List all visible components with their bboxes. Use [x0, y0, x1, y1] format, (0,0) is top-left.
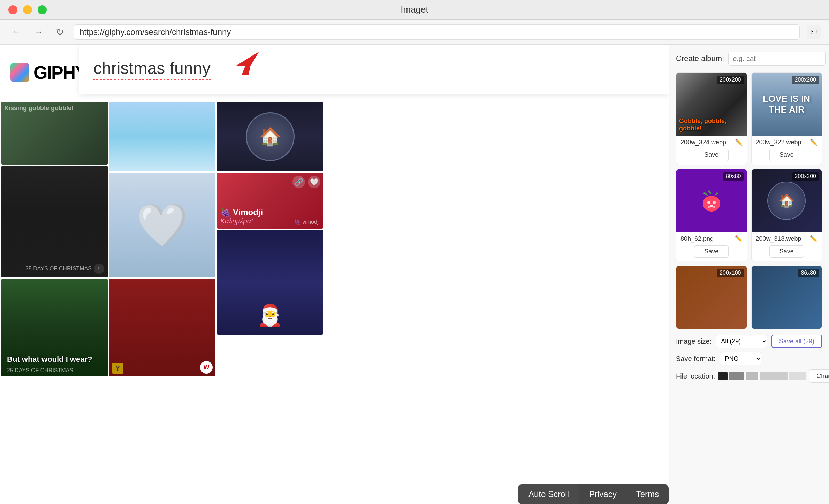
- url-bar[interactable]: https://giphy.com/search/christmas-funny: [74, 24, 800, 40]
- image-thumbnail: 80x80: [676, 169, 747, 232]
- path-segment: [746, 372, 758, 380]
- image-thumbnail: LOVE IS IN THE AIR 200x200: [752, 73, 822, 136]
- title-bar: Imaget: [0, 0, 829, 20]
- gif-column-3: 🏠 🔗 🤍 🍇 Vimodji Καλημέρα: [217, 102, 323, 503]
- save-format-row: Save format: PNG WEBP GIF JPEG: [676, 352, 822, 365]
- bottom-overlay: Auto Scroll Privacy Terms: [0, 484, 669, 504]
- cursor-arrow: [229, 48, 261, 77]
- browser-content: GIPHY christmas funny Kissi: [0, 45, 669, 504]
- gif-action-icons: 🔗 🤍: [292, 176, 320, 188]
- gif-logo: W: [200, 361, 213, 374]
- image-card: Gobble, gobble, gobble! 200x200 200w_324…: [676, 72, 747, 165]
- edit-icon[interactable]: ✏️: [735, 138, 743, 146]
- save-button[interactable]: Save: [694, 245, 729, 258]
- main-layout: GIPHY christmas funny Kissi: [0, 45, 829, 504]
- heart-icon[interactable]: 🤍: [308, 176, 320, 188]
- gif-vimodji-info: 🍇 Vimodji Καλημέρα!: [220, 207, 263, 225]
- gif-item[interactable]: 🎅: [217, 230, 323, 335]
- search-query-text: christmas funny: [93, 59, 211, 80]
- image-thumbnail: 86x80: [752, 266, 822, 329]
- save-button[interactable]: Save: [694, 149, 729, 161]
- image-card: 86x80: [751, 266, 822, 329]
- image-size-badge: 200x100: [717, 269, 744, 277]
- vimodji-logo: 🍇 vimodji: [294, 219, 320, 225]
- save-all-button[interactable]: Save all (29): [771, 335, 822, 348]
- file-location-row: File location: Change 📁: [676, 369, 822, 383]
- image-card: 80x80 80h_62.png ✏️ Save: [676, 169, 747, 261]
- auto-scroll-button[interactable]: Auto Scroll: [518, 484, 579, 504]
- path-segment: [789, 372, 806, 380]
- gif-item[interactable]: But what would I wear? 25 DAYS OF CHRIST…: [1, 279, 108, 376]
- gif-brand-badge: Y: [112, 363, 123, 374]
- image-filename: 200w_324.webp: [680, 139, 726, 146]
- gif-item[interactable]: 25 DAYS OF CHRISTMAS F: [1, 166, 108, 277]
- save-format-label: Save format:: [676, 355, 715, 363]
- image-thumbnail: 🏠 200x200: [752, 169, 822, 232]
- image-size-badge: 86x80: [798, 269, 819, 277]
- gif-source: 25 DAYS OF CHRISTMAS: [7, 367, 73, 374]
- image-info-row: 200w_322.webp ✏️: [752, 136, 822, 147]
- image-size-badge: 200x200: [792, 76, 819, 84]
- change-button[interactable]: Change: [809, 369, 829, 383]
- strawberry-svg: [698, 187, 725, 215]
- image-card: 200x100: [676, 266, 747, 329]
- path-segment: [760, 372, 788, 380]
- image-size-select[interactable]: All (29): [716, 335, 767, 348]
- path-segment: [718, 372, 728, 380]
- edit-icon[interactable]: ✏️: [810, 235, 817, 243]
- image-thumbnail: Gobble, gobble, gobble! 200x200: [676, 73, 747, 136]
- extension-icon[interactable]: 🏷: [807, 25, 821, 39]
- gif-item[interactable]: Y W: [109, 279, 215, 376]
- gif-column-2: 🤍 Y W: [109, 102, 215, 503]
- privacy-link[interactable]: Privacy: [579, 484, 626, 504]
- image-filename: 200w_318.webp: [756, 235, 801, 243]
- save-format-select[interactable]: PNG WEBP GIF JPEG: [720, 352, 761, 365]
- right-panel: Create album: Clear Gobble, gobble, gobb…: [669, 45, 829, 504]
- svg-point-1: [707, 201, 710, 204]
- link-icon[interactable]: 🔗: [292, 176, 305, 188]
- edit-icon[interactable]: ✏️: [735, 235, 743, 243]
- reload-button[interactable]: ↻: [53, 25, 67, 39]
- image-size-badge: 200x200: [717, 76, 744, 84]
- edit-icon[interactable]: ✏️: [810, 138, 817, 146]
- path-segment: [729, 372, 744, 380]
- gif-overlay-label: Kissing gobble gobble!: [4, 105, 74, 112]
- gif-column-1: Kissing gobble gobble! 25 DAYS OF CHRIST…: [1, 102, 108, 503]
- image-size-badge: 80x80: [723, 172, 744, 181]
- forward-button[interactable]: →: [31, 25, 46, 39]
- maximize-button[interactable]: [38, 5, 47, 14]
- gif-item[interactable]: [109, 102, 215, 171]
- image-size-badge: 200x200: [792, 172, 819, 181]
- gif-item[interactable]: 🔗 🤍 🍇 Vimodji Καλημέρα! 🍇 vimodji: [217, 173, 323, 229]
- svg-marker-0: [236, 52, 259, 75]
- giphy-logo-text: GIPHY: [33, 62, 86, 83]
- image-size-row: Image size: All (29) Save all (29): [676, 335, 822, 348]
- window-controls: [8, 5, 47, 14]
- image-size-label: Image size:: [676, 337, 712, 345]
- file-path-segments: [718, 372, 806, 380]
- image-card: 🏠 200x200 200w_318.webp ✏️ Save: [751, 169, 822, 261]
- love-text: LOVE IS IN THE AIR: [755, 93, 819, 115]
- image-filename: 200w_322.webp: [756, 139, 801, 146]
- create-album-row: Create album: Clear: [676, 52, 822, 66]
- close-button[interactable]: [8, 5, 17, 14]
- back-button[interactable]: ←: [8, 25, 24, 39]
- giphy-logo: GIPHY: [10, 62, 86, 83]
- gif-item[interactable]: 🤍: [109, 173, 215, 277]
- image-card: LOVE IS IN THE AIR 200x200 200w_322.webp…: [751, 72, 822, 165]
- gif-item[interactable]: Kissing gobble gobble!: [1, 102, 108, 165]
- svg-point-3: [710, 205, 713, 207]
- giphy-logo-icon: [10, 63, 29, 82]
- minimize-button[interactable]: [23, 5, 32, 14]
- save-button[interactable]: Save: [769, 149, 804, 161]
- create-album-input[interactable]: [728, 52, 826, 66]
- image-info-row: 80h_62.png ✏️: [676, 232, 747, 244]
- gif-badge: 25 DAYS OF CHRISTMAS F: [25, 264, 104, 274]
- terms-link[interactable]: Terms: [626, 484, 669, 504]
- save-button[interactable]: Save: [769, 245, 804, 258]
- url-text: https://giphy.com/search/christmas-funny: [79, 27, 231, 37]
- gif-item[interactable]: 🏠: [217, 102, 323, 171]
- window-title: Imaget: [401, 4, 428, 15]
- create-album-label: Create album:: [676, 54, 724, 63]
- gif-caption: But what would I wear?: [7, 355, 92, 364]
